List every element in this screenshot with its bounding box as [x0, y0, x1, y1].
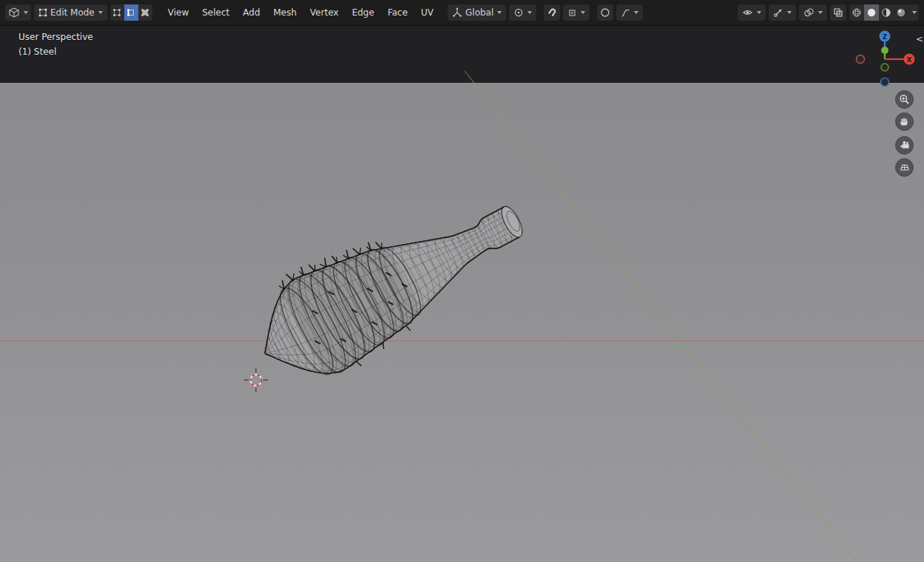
viewport-horizon [0, 26, 924, 83]
menu-select[interactable]: Select [195, 5, 236, 20]
select-mode-group [110, 4, 152, 21]
gizmos-dropdown[interactable] [769, 4, 796, 21]
menu-bar: View Select Add Mesh Vertex Edge Face UV [161, 5, 440, 20]
magnet-icon [547, 7, 557, 18]
snap-settings-dropdown[interactable] [563, 4, 590, 21]
view-perspective-label: User Perspective [18, 30, 93, 44]
navigation-gizmo[interactable]: Z X [854, 30, 917, 89]
face-select-button[interactable] [138, 4, 152, 21]
edge-select-button[interactable] [124, 4, 138, 21]
gizmo-y-positive-ball[interactable] [881, 47, 888, 54]
chevron-down-icon [497, 11, 502, 14]
proportional-circle-icon [600, 7, 610, 18]
gizmo-z-label: Z [883, 33, 888, 41]
face-select-icon [141, 8, 149, 17]
gizmo-x-negative-ball[interactable] [857, 55, 865, 64]
grid-perspective-icon [899, 162, 911, 173]
chevron-down-icon [818, 11, 823, 14]
zoom-button[interactable] [895, 90, 914, 109]
shading-material-icon [881, 7, 891, 18]
menu-mesh[interactable]: Mesh [267, 5, 304, 20]
shading-rendered-button[interactable] [894, 4, 908, 21]
overlays-circles-icon [803, 7, 815, 18]
shading-options-dropdown[interactable] [908, 4, 919, 21]
proportional-editing-toggle[interactable] [597, 4, 613, 21]
orthographic-toggle-button[interactable] [895, 158, 914, 177]
object-visibility-dropdown[interactable] [738, 4, 766, 21]
pivot-point-icon [513, 7, 524, 18]
chevron-down-icon [634, 11, 638, 14]
chevron-down-icon [757, 11, 761, 14]
chevron-down-icon [912, 11, 917, 14]
viewport-nav-buttons [895, 90, 914, 177]
editor-type-icon [8, 7, 20, 18]
shading-material-button[interactable] [879, 4, 894, 21]
menu-vertex[interactable]: Vertex [303, 5, 345, 20]
snap-target-icon [567, 8, 577, 18]
chevron-down-icon [581, 11, 585, 14]
editor-type-button[interactable] [5, 4, 31, 21]
viewport-3d[interactable] [0, 26, 924, 562]
visibility-eye-icon [742, 7, 753, 18]
menu-edge[interactable]: Edge [345, 5, 381, 20]
mode-dropdown[interactable]: Edit Mode [34, 4, 107, 21]
sidebar-collapse-arrow[interactable]: < [916, 34, 923, 44]
shading-group [849, 4, 919, 21]
topbar: Edit Mode [0, 0, 924, 26]
orientation-dropdown[interactable]: Global [448, 4, 506, 21]
falloff-curve-icon [621, 8, 630, 18]
menu-face[interactable]: Face [381, 5, 414, 20]
chevron-down-icon [24, 11, 28, 14]
gizmo-y-negative-ball[interactable] [881, 64, 888, 71]
menu-view[interactable]: View [161, 5, 195, 20]
shading-rendered-icon [896, 7, 906, 18]
pivot-dropdown[interactable] [509, 4, 536, 21]
viewport-overlay-text: User Perspective (1) Steel [18, 30, 93, 59]
shading-wireframe-button[interactable] [849, 4, 864, 21]
proportional-falloff-dropdown[interactable] [616, 4, 643, 21]
edge-select-icon [127, 8, 135, 17]
camera-icon [899, 140, 911, 151]
magnifier-plus-icon [899, 94, 910, 105]
xray-toggle[interactable] [830, 4, 846, 21]
object-info-label: (1) Steel [18, 44, 93, 59]
gizmo-z-negative-ball[interactable] [881, 78, 889, 87]
camera-view-button[interactable] [895, 136, 914, 155]
vertex-select-button[interactable] [110, 4, 124, 21]
mode-label: Edit Mode [50, 7, 95, 18]
vertex-select-icon [112, 8, 121, 17]
shading-wireframe-icon [852, 7, 862, 18]
gizmo-x-label: X [907, 56, 912, 64]
orientation-label: Global [465, 7, 493, 18]
chevron-down-icon [527, 11, 532, 14]
edit-mode-icon [38, 8, 47, 17]
hand-icon [899, 116, 910, 127]
chevron-down-icon [98, 11, 103, 14]
axes-orientation-icon [452, 7, 462, 18]
overlays-dropdown[interactable] [799, 4, 827, 21]
menu-add[interactable]: Add [236, 5, 266, 20]
pan-hand-button[interactable] [895, 112, 914, 131]
gizmo-arrow-icon [773, 7, 783, 18]
snap-magnet-toggle[interactable] [544, 4, 560, 21]
shading-solid-icon [866, 7, 877, 18]
xray-squares-icon [833, 7, 843, 18]
shading-solid-button[interactable] [864, 4, 879, 21]
menu-uv[interactable]: UV [414, 5, 440, 20]
chevron-down-icon [787, 11, 792, 14]
